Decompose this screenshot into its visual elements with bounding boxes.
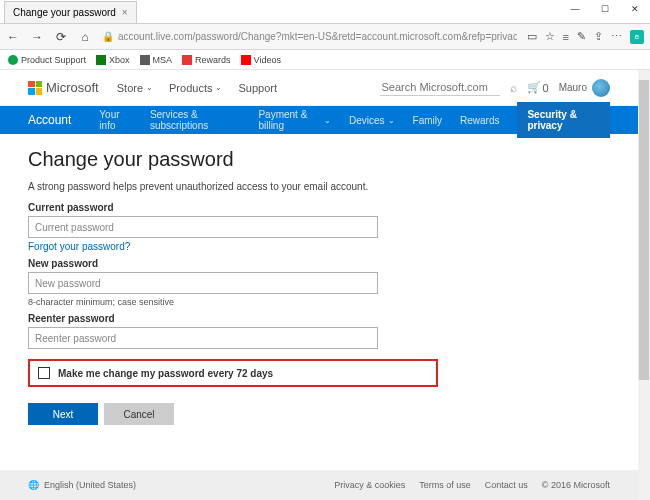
expire-password-label: Make me change my password every 72 days xyxy=(58,368,273,379)
nav-support[interactable]: Support xyxy=(238,82,277,94)
browser-tab[interactable]: Change your password × xyxy=(4,1,137,23)
address-bar: ← → ⟳ ⌂ 🔒 account.live.com/password/Chan… xyxy=(0,24,650,50)
tab-security-privacy[interactable]: Security & privacy xyxy=(517,102,610,138)
tab-title: Change your password xyxy=(13,7,116,18)
reenter-password-input[interactable]: Reenter password xyxy=(28,327,378,349)
vertical-scrollbar[interactable] xyxy=(638,70,650,500)
chevron-down-icon: ⌄ xyxy=(215,83,222,92)
expire-password-checkbox[interactable] xyxy=(38,367,50,379)
hub-icon[interactable]: ≡ xyxy=(563,31,569,43)
fav-videos[interactable]: Videos xyxy=(241,55,281,65)
fav-xbox[interactable]: Xbox xyxy=(96,55,130,65)
back-button[interactable]: ← xyxy=(6,30,20,44)
page-subtitle: A strong password helps prevent unauthor… xyxy=(28,181,610,192)
new-password-label: New password xyxy=(28,258,610,269)
favorites-bar: Product Support Xbox MSA Rewards Videos xyxy=(0,50,650,70)
cart-button[interactable]: 🛒0 xyxy=(527,81,549,94)
tab-your-info[interactable]: Your info xyxy=(99,109,132,131)
next-button[interactable]: Next xyxy=(28,403,98,425)
forward-button[interactable]: → xyxy=(30,30,44,44)
tab-services[interactable]: Services & subscriptions xyxy=(150,109,241,131)
notes-icon[interactable]: ✎ xyxy=(577,30,586,43)
footer-terms-link[interactable]: Terms of use xyxy=(419,480,471,490)
url-text: account.live.com/password/Change?mkt=en-… xyxy=(118,31,517,42)
refresh-button[interactable]: ⟳ xyxy=(54,30,68,44)
extension-badge[interactable]: e xyxy=(630,30,644,44)
tab-payment[interactable]: Payment & billing⌄ xyxy=(258,109,331,131)
site-search-input[interactable] xyxy=(380,79,500,96)
microsoft-logo-icon xyxy=(28,81,42,95)
chevron-down-icon: ⌄ xyxy=(388,116,395,125)
tab-family[interactable]: Family xyxy=(413,115,442,126)
expire-password-row: Make me change my password every 72 days xyxy=(28,359,438,387)
fav-msa[interactable]: MSA xyxy=(140,55,173,65)
new-password-input[interactable]: New password xyxy=(28,272,378,294)
close-tab-icon[interactable]: × xyxy=(122,7,128,18)
cancel-button[interactable]: Cancel xyxy=(104,403,174,425)
site-header: Microsoft Store⌄ Products⌄ Support ⌕ 🛒0 … xyxy=(0,70,638,106)
close-window-button[interactable]: ✕ xyxy=(620,0,650,18)
forgot-password-link[interactable]: Forgot your password? xyxy=(28,241,130,252)
maximize-button[interactable]: ☐ xyxy=(590,0,620,18)
fav-rewards[interactable]: Rewards xyxy=(182,55,231,65)
more-icon[interactable]: ⋯ xyxy=(611,30,622,43)
page-footer: 🌐 English (United States) Privacy & cook… xyxy=(0,470,638,500)
chevron-down-icon: ⌄ xyxy=(324,116,331,125)
reenter-password-label: Reenter password xyxy=(28,313,610,324)
footer-copyright: © 2016 Microsoft xyxy=(542,480,610,490)
lock-icon: 🔒 xyxy=(102,31,114,42)
scrollbar-thumb[interactable] xyxy=(639,80,649,380)
nav-store[interactable]: Store⌄ xyxy=(117,82,153,94)
language-selector[interactable]: English (United States) xyxy=(44,480,136,490)
footer-contact-link[interactable]: Contact us xyxy=(485,480,528,490)
account-brand[interactable]: Account xyxy=(28,113,71,127)
form-content: Change your password A strong password h… xyxy=(0,134,638,439)
favorite-icon[interactable]: ☆ xyxy=(545,30,555,43)
current-password-input[interactable]: Current password xyxy=(28,216,378,238)
avatar xyxy=(592,79,610,97)
page-content: Microsoft Store⌄ Products⌄ Support ⌕ 🛒0 … xyxy=(0,70,638,500)
tab-rewards[interactable]: Rewards xyxy=(460,115,499,126)
window-titlebar: Change your password × — ☐ ✕ xyxy=(0,0,650,24)
page-title: Change your password xyxy=(28,148,610,171)
current-password-label: Current password xyxy=(28,202,610,213)
reading-view-icon[interactable]: ▭ xyxy=(527,30,537,43)
minimize-button[interactable]: — xyxy=(560,0,590,18)
share-icon[interactable]: ⇪ xyxy=(594,30,603,43)
search-icon[interactable]: ⌕ xyxy=(510,81,517,95)
user-menu[interactable]: Mauro xyxy=(559,79,610,97)
home-button[interactable]: ⌂ xyxy=(78,30,92,44)
cart-icon: 🛒 xyxy=(527,81,541,94)
nav-products[interactable]: Products⌄ xyxy=(169,82,222,94)
password-hint: 8-character minimum; case sensitive xyxy=(28,297,610,307)
tab-devices[interactable]: Devices⌄ xyxy=(349,115,395,126)
globe-icon: 🌐 xyxy=(28,480,39,490)
fav-product-support[interactable]: Product Support xyxy=(8,55,86,65)
chevron-down-icon: ⌄ xyxy=(146,83,153,92)
url-field[interactable]: 🔒 account.live.com/password/Change?mkt=e… xyxy=(102,31,517,42)
account-nav: Account Your info Services & subscriptio… xyxy=(0,106,638,134)
microsoft-logo[interactable]: Microsoft xyxy=(28,80,99,95)
footer-privacy-link[interactable]: Privacy & cookies xyxy=(334,480,405,490)
